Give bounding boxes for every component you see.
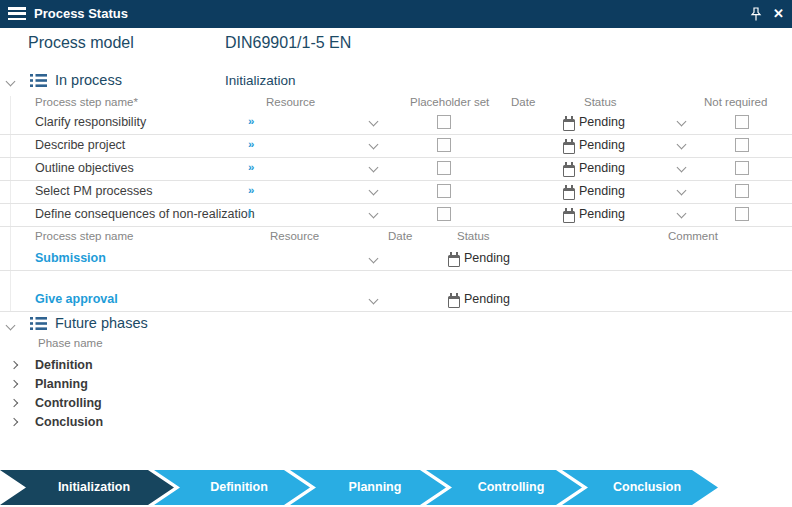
- process-status-panel: Process Status ✕ Process model DIN69901/…: [0, 0, 792, 507]
- process-model-label: Process model: [28, 34, 134, 52]
- not-required-checkbox[interactable]: [735, 184, 749, 198]
- placeholder-set-checkbox[interactable]: [437, 138, 451, 152]
- calendar-icon[interactable]: [448, 296, 460, 308]
- step-name: Select PM processes: [35, 184, 152, 198]
- phase-row: Conclusion: [0, 413, 300, 432]
- not-required-checkbox[interactable]: [735, 138, 749, 152]
- step-link[interactable]: Submission: [35, 251, 106, 265]
- table-row: Give approval Pending: [0, 287, 792, 312]
- resource-link[interactable]: »: [248, 161, 254, 173]
- phase-name: Planning: [35, 377, 88, 391]
- hamburger-menu-icon[interactable]: [8, 7, 26, 21]
- calendar-icon[interactable]: [563, 165, 575, 177]
- collapse-in-process-icon[interactable]: [6, 77, 16, 87]
- status-dropdown-icon[interactable]: [677, 140, 687, 150]
- process-model-value: DIN69901/1-5 EN: [225, 34, 351, 52]
- col-placeholder-set: Placeholder set: [410, 96, 489, 108]
- col-not-required: Not required: [704, 96, 767, 108]
- title-bar: Process Status ✕: [0, 0, 792, 28]
- col-resource: Resource: [266, 96, 315, 108]
- status-value: Pending: [579, 207, 625, 221]
- calendar-icon[interactable]: [563, 188, 575, 200]
- status-dropdown-icon[interactable]: [677, 186, 687, 196]
- calendar-icon[interactable]: [563, 211, 575, 223]
- status-value: Pending: [464, 251, 510, 265]
- table-row: Select PM processes » Pending: [0, 180, 792, 204]
- resource-dropdown-icon[interactable]: [369, 140, 379, 150]
- expand-phase-icon[interactable]: [10, 399, 18, 407]
- list-icon: [30, 316, 47, 334]
- phase-row: Planning: [0, 375, 300, 394]
- step-name: Clarify responsibility: [35, 115, 146, 129]
- col2-resource: Resource: [270, 230, 319, 242]
- status-value: Pending: [579, 184, 625, 198]
- phase-arrow-definition[interactable]: Definition: [154, 470, 310, 505]
- resource-dropdown-icon[interactable]: [369, 163, 379, 173]
- step-name: Define consequences of non-realization: [35, 207, 255, 221]
- phase-arrow-initialization[interactable]: Initialization: [0, 470, 174, 505]
- phase-name: Controlling: [35, 396, 102, 410]
- expand-phase-icon[interactable]: [10, 361, 18, 369]
- table-row: Define consequences of non-realization I…: [0, 203, 792, 227]
- step-link[interactable]: Give approval: [35, 292, 118, 306]
- resource-dropdown-icon[interactable]: [369, 209, 379, 219]
- placeholder-set-checkbox[interactable]: [437, 207, 451, 221]
- not-required-checkbox[interactable]: [735, 161, 749, 175]
- phase-name: Conclusion: [35, 415, 103, 429]
- col-phase-name: Phase name: [38, 337, 103, 349]
- table-row: Outline objectives » Pending: [0, 157, 792, 181]
- col-status: Status: [584, 96, 617, 108]
- table-row: Describe project » Pending: [0, 134, 792, 158]
- col-process-step-name: Process step name*: [35, 96, 138, 108]
- close-icon[interactable]: ✕: [773, 0, 784, 27]
- table-row: Submission Pending: [0, 246, 792, 271]
- phase-row: Controlling: [0, 394, 300, 413]
- not-required-checkbox[interactable]: [735, 115, 749, 129]
- placeholder-set-checkbox[interactable]: [437, 115, 451, 129]
- table-row: Clarify responsibility » Pending: [0, 111, 792, 135]
- col-date: Date: [511, 96, 535, 108]
- expand-phase-icon[interactable]: [10, 418, 18, 426]
- calendar-icon[interactable]: [448, 255, 460, 267]
- section-in-process-title: In process: [55, 72, 122, 88]
- resource-link[interactable]: »: [248, 184, 254, 196]
- section-future-phases-title: Future phases: [55, 315, 148, 331]
- not-required-checkbox[interactable]: [735, 207, 749, 221]
- collapse-future-phases-icon[interactable]: [6, 321, 16, 331]
- phase-arrow-conclusion[interactable]: Conclusion: [562, 470, 718, 505]
- phase-row: Definition: [0, 356, 300, 375]
- phase-arrow-planning[interactable]: Planning: [290, 470, 446, 505]
- pin-icon[interactable]: [750, 7, 762, 22]
- step-name: Describe project: [35, 138, 125, 152]
- placeholder-set-checkbox[interactable]: [437, 161, 451, 175]
- col2-process-step-name: Process step name: [35, 230, 133, 242]
- window-title: Process Status: [34, 0, 128, 28]
- status-dropdown-icon[interactable]: [677, 209, 687, 219]
- resource-dropdown-icon[interactable]: [369, 254, 379, 264]
- resource-link[interactable]: I: [248, 207, 251, 219]
- resource-link[interactable]: »: [248, 115, 254, 127]
- col2-comment: Comment: [668, 230, 718, 242]
- list-icon: [30, 73, 47, 91]
- phase-progress-bar: Initialization Definition Planning Contr…: [0, 470, 718, 505]
- resource-link[interactable]: »: [248, 138, 254, 150]
- expand-phase-icon[interactable]: [10, 380, 18, 388]
- resource-dropdown-icon[interactable]: [369, 117, 379, 127]
- col2-status: Status: [457, 230, 490, 242]
- status-value: Pending: [464, 292, 510, 306]
- status-value: Pending: [579, 161, 625, 175]
- status-value: Pending: [579, 115, 625, 129]
- status-dropdown-icon[interactable]: [677, 163, 687, 173]
- phase-arrow-controlling[interactable]: Controlling: [426, 470, 582, 505]
- phase-name: Definition: [35, 358, 93, 372]
- status-value: Pending: [579, 138, 625, 152]
- col2-date: Date: [388, 230, 412, 242]
- current-phase-label: Initialization: [225, 73, 296, 88]
- resource-dropdown-icon[interactable]: [369, 186, 379, 196]
- placeholder-set-checkbox[interactable]: [437, 184, 451, 198]
- calendar-icon[interactable]: [563, 142, 575, 154]
- resource-dropdown-icon[interactable]: [369, 295, 379, 305]
- step-name: Outline objectives: [35, 161, 134, 175]
- status-dropdown-icon[interactable]: [677, 117, 687, 127]
- calendar-icon[interactable]: [563, 119, 575, 131]
